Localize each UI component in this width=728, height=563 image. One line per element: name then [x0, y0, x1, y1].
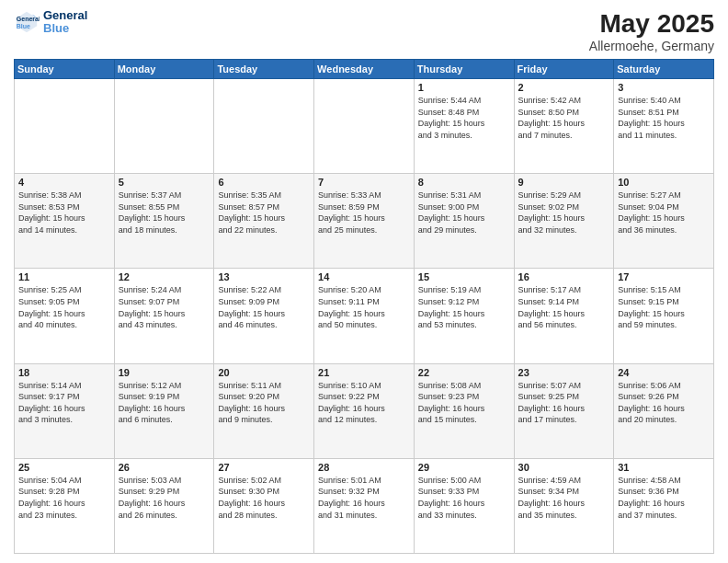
calendar-cell: 22Sunrise: 5:08 AM Sunset: 9:23 PM Dayli…: [414, 363, 514, 458]
calendar-cell: 1Sunrise: 5:44 AM Sunset: 8:48 PM Daylig…: [414, 79, 514, 174]
calendar-cell: 25Sunrise: 5:04 AM Sunset: 9:28 PM Dayli…: [15, 458, 115, 553]
cell-day-number: 10: [618, 177, 710, 188]
cell-info-text: Sunrise: 5:04 AM Sunset: 9:28 PM Dayligh…: [18, 475, 110, 521]
calendar-cell: 19Sunrise: 5:12 AM Sunset: 9:19 PM Dayli…: [114, 363, 214, 458]
cell-day-number: 18: [18, 367, 110, 378]
logo: General Blue General Blue: [14, 9, 87, 36]
calendar-cell: 30Sunrise: 4:59 AM Sunset: 9:34 PM Dayli…: [514, 458, 614, 553]
calendar-week-2: 4Sunrise: 5:38 AM Sunset: 8:53 PM Daylig…: [15, 174, 714, 269]
calendar-cell: 16Sunrise: 5:17 AM Sunset: 9:14 PM Dayli…: [514, 269, 614, 363]
cell-day-number: 23: [518, 367, 610, 378]
page: General Blue General Blue May 2025 Aller…: [0, 0, 728, 563]
cell-day-number: 19: [119, 367, 210, 378]
cell-day-number: 27: [218, 462, 310, 473]
cell-info-text: Sunrise: 5:07 AM Sunset: 9:25 PM Dayligh…: [518, 380, 610, 426]
calendar-cell: 13Sunrise: 5:22 AM Sunset: 9:09 PM Dayli…: [214, 269, 314, 363]
calendar-cell: 14Sunrise: 5:20 AM Sunset: 9:11 PM Dayli…: [314, 269, 415, 363]
cell-day-number: 30: [518, 462, 610, 473]
col-wednesday: Wednesday: [314, 60, 415, 79]
calendar-title: May 2025: [589, 9, 714, 39]
logo-text-blue: Blue: [43, 22, 87, 35]
cell-info-text: Sunrise: 5:01 AM Sunset: 9:32 PM Dayligh…: [318, 475, 410, 521]
calendar-cell: 29Sunrise: 5:00 AM Sunset: 9:33 PM Dayli…: [414, 458, 514, 553]
cell-day-number: 31: [618, 462, 710, 473]
calendar-cell: [114, 79, 214, 174]
cell-day-number: 5: [119, 177, 210, 188]
cell-day-number: 24: [618, 367, 710, 378]
cell-day-number: 9: [518, 177, 610, 188]
logo-text-general: General: [43, 9, 87, 22]
calendar-cell: 24Sunrise: 5:06 AM Sunset: 9:26 PM Dayli…: [614, 363, 714, 458]
cell-info-text: Sunrise: 5:20 AM Sunset: 9:11 PM Dayligh…: [318, 284, 410, 330]
cell-info-text: Sunrise: 5:03 AM Sunset: 9:29 PM Dayligh…: [119, 475, 210, 521]
cell-info-text: Sunrise: 5:19 AM Sunset: 9:12 PM Dayligh…: [418, 284, 510, 330]
cell-day-number: 26: [119, 462, 210, 473]
calendar-cell: 15Sunrise: 5:19 AM Sunset: 9:12 PM Dayli…: [414, 269, 514, 363]
col-friday: Friday: [514, 60, 614, 79]
cell-info-text: Sunrise: 5:40 AM Sunset: 8:51 PM Dayligh…: [618, 95, 710, 141]
cell-day-number: 21: [318, 367, 410, 378]
cell-info-text: Sunrise: 5:06 AM Sunset: 9:26 PM Dayligh…: [618, 380, 710, 426]
svg-text:General: General: [17, 16, 40, 22]
calendar-cell: [214, 79, 314, 174]
cell-day-number: 29: [418, 462, 510, 473]
cell-day-number: 8: [418, 177, 510, 188]
calendar-cell: 2Sunrise: 5:42 AM Sunset: 8:50 PM Daylig…: [514, 79, 614, 174]
calendar-cell: 11Sunrise: 5:25 AM Sunset: 9:05 PM Dayli…: [15, 269, 115, 363]
cell-day-number: 14: [318, 271, 410, 282]
calendar-cell: 12Sunrise: 5:24 AM Sunset: 9:07 PM Dayli…: [114, 269, 214, 363]
header: General Blue General Blue May 2025 Aller…: [14, 9, 714, 53]
cell-day-number: 13: [218, 271, 310, 282]
cell-day-number: 2: [518, 82, 610, 93]
cell-info-text: Sunrise: 5:14 AM Sunset: 9:17 PM Dayligh…: [18, 380, 110, 426]
cell-day-number: 11: [18, 271, 110, 282]
calendar-cell: 27Sunrise: 5:02 AM Sunset: 9:30 PM Dayli…: [214, 458, 314, 553]
cell-info-text: Sunrise: 5:38 AM Sunset: 8:53 PM Dayligh…: [18, 190, 110, 236]
cell-info-text: Sunrise: 5:27 AM Sunset: 9:04 PM Dayligh…: [618, 190, 710, 236]
calendar-week-1: 1Sunrise: 5:44 AM Sunset: 8:48 PM Daylig…: [15, 79, 714, 174]
calendar-cell: 18Sunrise: 5:14 AM Sunset: 9:17 PM Dayli…: [15, 363, 115, 458]
cell-day-number: 15: [418, 271, 510, 282]
calendar-subtitle: Allermoehe, Germany: [589, 39, 714, 53]
cell-day-number: 28: [318, 462, 410, 473]
cell-info-text: Sunrise: 5:02 AM Sunset: 9:30 PM Dayligh…: [218, 475, 310, 521]
cell-day-number: 12: [119, 271, 210, 282]
calendar-cell: [314, 79, 415, 174]
col-tuesday: Tuesday: [214, 60, 314, 79]
cell-info-text: Sunrise: 5:24 AM Sunset: 9:07 PM Dayligh…: [119, 284, 210, 330]
svg-text:Blue: Blue: [17, 23, 30, 29]
cell-day-number: 6: [218, 177, 310, 188]
cell-info-text: Sunrise: 5:33 AM Sunset: 8:59 PM Dayligh…: [318, 190, 410, 236]
calendar-week-3: 11Sunrise: 5:25 AM Sunset: 9:05 PM Dayli…: [15, 269, 714, 363]
calendar-cell: 20Sunrise: 5:11 AM Sunset: 9:20 PM Dayli…: [214, 363, 314, 458]
calendar-table: Sunday Monday Tuesday Wednesday Thursday…: [14, 59, 714, 554]
col-monday: Monday: [114, 60, 214, 79]
calendar-cell: 7Sunrise: 5:33 AM Sunset: 8:59 PM Daylig…: [314, 174, 415, 269]
calendar-header-row: Sunday Monday Tuesday Wednesday Thursday…: [15, 60, 714, 79]
cell-info-text: Sunrise: 5:25 AM Sunset: 9:05 PM Dayligh…: [18, 284, 110, 330]
calendar-cell: 21Sunrise: 5:10 AM Sunset: 9:22 PM Dayli…: [314, 363, 415, 458]
calendar-cell: 6Sunrise: 5:35 AM Sunset: 8:57 PM Daylig…: [214, 174, 314, 269]
cell-info-text: Sunrise: 5:15 AM Sunset: 9:15 PM Dayligh…: [618, 284, 710, 330]
cell-info-text: Sunrise: 5:37 AM Sunset: 8:55 PM Dayligh…: [119, 190, 210, 236]
cell-info-text: Sunrise: 4:58 AM Sunset: 9:36 PM Dayligh…: [618, 475, 710, 521]
cell-day-number: 20: [218, 367, 310, 378]
cell-info-text: Sunrise: 5:10 AM Sunset: 9:22 PM Dayligh…: [318, 380, 410, 426]
calendar-cell: 3Sunrise: 5:40 AM Sunset: 8:51 PM Daylig…: [614, 79, 714, 174]
calendar-cell: 31Sunrise: 4:58 AM Sunset: 9:36 PM Dayli…: [614, 458, 714, 553]
col-sunday: Sunday: [15, 60, 115, 79]
cell-info-text: Sunrise: 5:35 AM Sunset: 8:57 PM Dayligh…: [218, 190, 310, 236]
cell-day-number: 22: [418, 367, 510, 378]
logo-icon: General Blue: [14, 9, 40, 35]
calendar-week-5: 25Sunrise: 5:04 AM Sunset: 9:28 PM Dayli…: [15, 458, 714, 553]
calendar-week-4: 18Sunrise: 5:14 AM Sunset: 9:17 PM Dayli…: [15, 363, 714, 458]
col-thursday: Thursday: [414, 60, 514, 79]
cell-info-text: Sunrise: 5:44 AM Sunset: 8:48 PM Dayligh…: [418, 95, 510, 141]
title-block: May 2025 Allermoehe, Germany: [589, 9, 714, 53]
cell-info-text: Sunrise: 5:17 AM Sunset: 9:14 PM Dayligh…: [518, 284, 610, 330]
cell-info-text: Sunrise: 5:31 AM Sunset: 9:00 PM Dayligh…: [418, 190, 510, 236]
calendar-cell: 10Sunrise: 5:27 AM Sunset: 9:04 PM Dayli…: [614, 174, 714, 269]
cell-day-number: 25: [18, 462, 110, 473]
cell-day-number: 4: [18, 177, 110, 188]
calendar-cell: 9Sunrise: 5:29 AM Sunset: 9:02 PM Daylig…: [514, 174, 614, 269]
